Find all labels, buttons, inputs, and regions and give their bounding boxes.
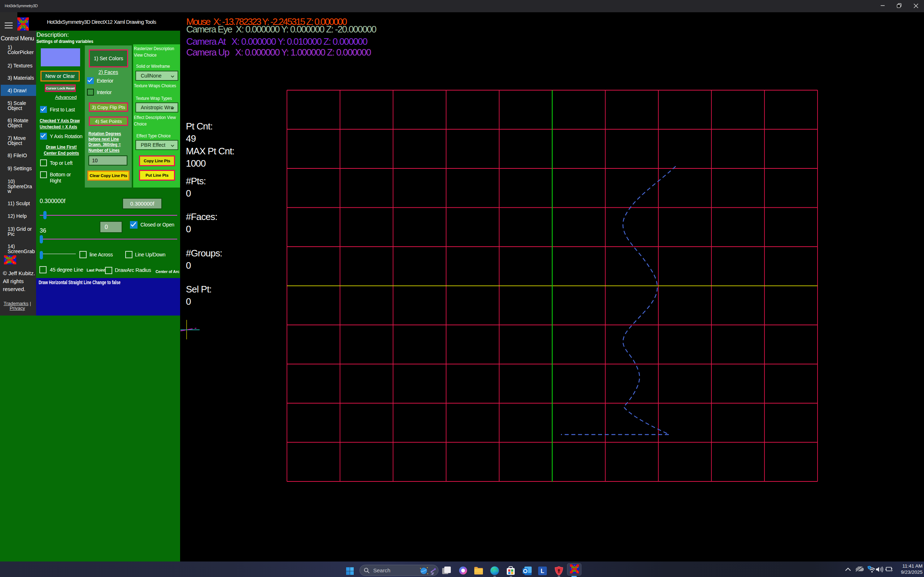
svg-text:Hot: Hot: [571, 566, 577, 569]
svg-text:L: L: [541, 568, 544, 574]
svg-text:3D: 3D: [572, 569, 577, 573]
svg-text:3D: 3D: [7, 260, 11, 264]
svg-text:Hot: Hot: [19, 19, 28, 24]
